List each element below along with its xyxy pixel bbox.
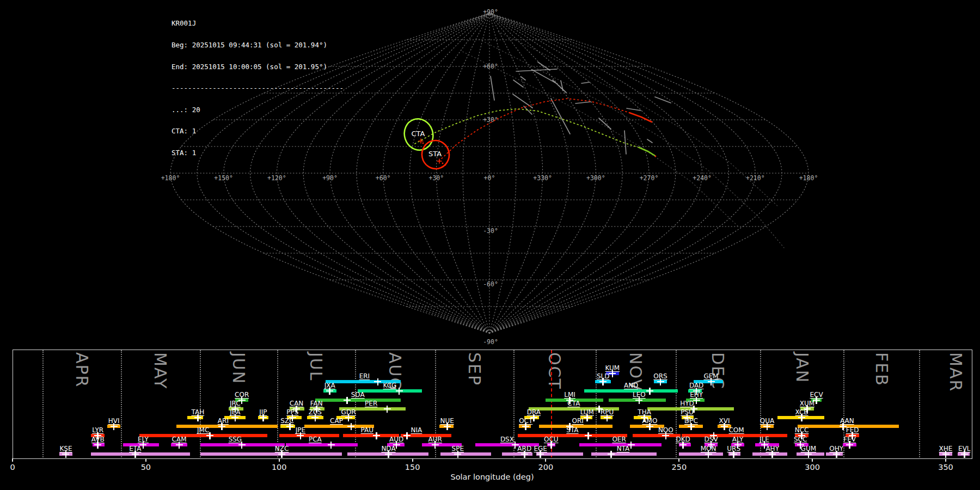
shower-label-NIA: NIA [411,426,422,434]
x-tick-label: 250 [671,463,687,471]
shower-label-PAU: PAU [361,426,373,434]
peak-marker-OHY [833,451,840,458]
peak-marker-NTA [608,451,615,458]
peak-marker-ARD [521,451,528,458]
peak-marker-ZCS [311,414,318,421]
peak-marker-PAU [373,432,380,439]
peak-marker-GDR [345,414,352,421]
x-tick [545,458,546,462]
peak-marker-STA [585,432,592,439]
shower-label-ERI: ERI [359,372,370,380]
shower-label-ORI: ORI [572,417,584,425]
shower-label-NTA: NTA [617,445,630,452]
shower-bar-ETA [91,452,189,456]
peak-marker-KUM [609,370,616,377]
peak-marker-NZC [278,451,285,458]
month-boundary-line [355,350,356,457]
peak-marker-XCB [798,414,805,421]
shower-label-PER: PER [365,400,377,407]
shower-bar-NTA [591,452,657,456]
shower-label-KCG: KCG [383,382,397,389]
peak-marker-SLD [599,378,607,385]
peak-marker-QUA [763,423,770,430]
x-tick-label: 350 [938,463,953,471]
peak-marker-KCG [396,388,403,395]
x-tick [279,458,280,462]
x-tick [812,458,813,462]
x-tick-label: 100 [272,463,287,471]
peak-marker-EGE [537,451,544,458]
peak-marker-AUR [432,442,439,449]
peak-marker-JPE [297,432,304,439]
peak-marker-PER [384,406,391,413]
peak-marker-AHY [769,451,776,458]
peak-marker-XHE [942,451,950,458]
peak-marker-XVI [721,423,728,430]
peak-marker-DPC [688,423,695,430]
peak-marker-ERI [374,378,381,385]
peak-marker-GEM [708,378,715,385]
peak-marker-AMO [646,423,653,430]
peak-marker-OCU [548,442,555,449]
peak-marker-NOO [662,432,669,439]
x-tick-label: 300 [805,463,820,471]
shower-bar-SDA [315,399,401,402]
peak-marker-DKD [679,442,687,449]
x-tick-label: 0 [10,463,15,471]
peak-marker-SSG [238,442,246,449]
peak-marker-LEO [635,397,642,404]
peak-marker-HVI [111,423,118,430]
shower-label-PCA: PCA [309,436,322,443]
month-boundary-line [596,350,597,457]
x-tick [678,458,679,462]
shower-label-STA: STA [566,426,578,434]
shower-bar-NOO [633,434,681,437]
shower-bar-KCG [358,389,422,393]
peak-marker-AVB [94,442,101,449]
peak-marker-SZC [286,423,293,430]
shower-label-AND: AND [624,382,638,389]
month-label: OCT [545,352,564,390]
month-boundary-line [277,350,278,457]
peak-marker-FEV [846,442,853,449]
month-label: JAN [793,352,812,383]
shower-label-COM: COM [728,426,744,434]
peak-marker-CAP [347,423,354,430]
month-label: APR [72,352,91,388]
shower-label-CAP: CAP [330,417,343,425]
x-tick-label: 150 [405,463,420,471]
activity-chart: APRMAYJUNJULAUGSEPOCTNOVDECJANFEBMARKUME… [0,0,980,490]
peak-marker-ETA [132,451,139,458]
shower-bar-ARI [176,425,278,428]
month-label: JUL [307,352,326,382]
peak-marker-NIA [403,432,411,439]
x-axis-title: Solar longitude (deg) [450,473,534,481]
peak-marker-NUE [444,423,451,430]
peak-marker-JIP [260,414,267,421]
month-label: JUN [229,352,248,384]
peak-marker-AND [646,388,653,395]
x-tick-label: 200 [538,463,554,471]
peak-marker-JXA [326,388,333,395]
month-boundary-line [200,350,201,457]
peak-marker-EVL [961,451,968,458]
peak-marker-CAM [176,442,183,449]
peak-marker-RPU [604,414,611,421]
shower-label-OER: OER [612,436,626,443]
peak-marker-MON [705,451,712,458]
peak-marker-JEA [231,414,238,421]
peak-marker-ORS [657,378,664,385]
peak-marker-ARI [218,423,225,430]
month-label: SEP [465,352,484,386]
peak-marker-URS [730,451,737,458]
peak-marker-OCT [522,423,529,430]
peak-marker-JMC [206,432,213,439]
x-tick [945,458,946,462]
month-label: FEB [872,352,891,387]
shower-label-SDA: SDA [351,391,365,399]
month-label: MAY [151,352,170,389]
shower-bar-PCA [286,443,358,446]
peak-marker-KSE [62,451,69,458]
peak-marker-GUM [805,451,812,458]
shower-label-CTA: CTA [567,400,580,407]
